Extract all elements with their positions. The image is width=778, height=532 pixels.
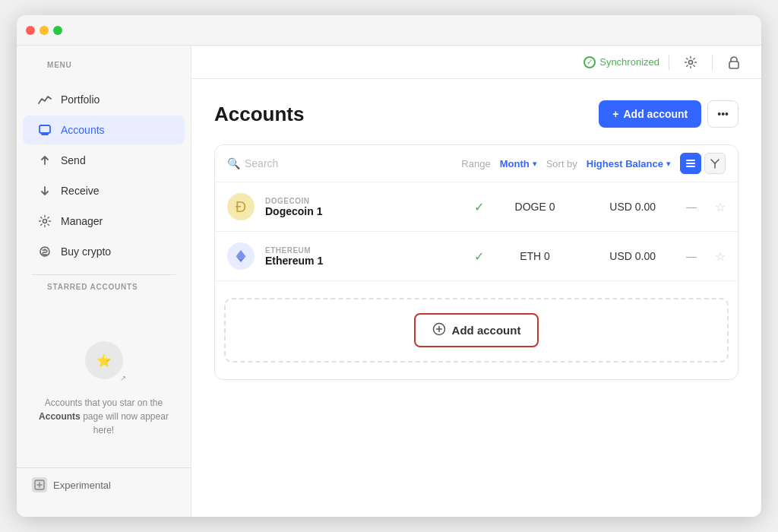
starred-section-label: STARRED ACCOUNTS	[32, 283, 182, 297]
accounts-list: 🔍 Range Month ▾ Sort by Highest	[214, 144, 738, 380]
svg-rect-4	[729, 62, 738, 68]
sync-label: Synchronized	[599, 56, 659, 68]
list-controls: 🔍 Range Month ▾ Sort by Highest	[215, 145, 738, 182]
sidebar: MENU Portfolio Accoun	[17, 46, 191, 517]
dogecoin-name: Dogecoin 1	[265, 205, 457, 217]
add-account-inline-row[interactable]: Add account	[224, 298, 729, 363]
dogecoin-change: —	[666, 201, 697, 213]
dogecoin-check-icon: ✓	[467, 200, 490, 214]
maximize-button[interactable]	[53, 26, 62, 35]
list-view-button[interactable]	[680, 153, 701, 174]
ethereum-name: Ethereum 1	[265, 255, 457, 267]
sidebar-item-send[interactable]: Send	[23, 146, 185, 175]
receive-icon	[38, 184, 52, 198]
account-row[interactable]: ETHEREUM Ethereum 1 ✓ ETH 0 USD 0.00 — ☆	[215, 232, 738, 281]
add-account-inline-label: Add account	[452, 324, 521, 337]
sidebar-item-manager[interactable]: Manager	[23, 207, 185, 236]
range-value: Month	[500, 158, 530, 169]
portfolio-icon	[38, 93, 52, 106]
sidebar-divider	[32, 274, 176, 275]
titlebar	[17, 15, 761, 46]
star-circle: ⭐	[85, 341, 123, 379]
dogecoin-star-button[interactable]: ☆	[707, 200, 726, 214]
star-illustration: ⭐ ↗	[77, 334, 131, 387]
add-account-label: Add account	[624, 108, 688, 120]
ethereum-star-button[interactable]: ☆	[707, 249, 726, 264]
app-window: MENU Portfolio Accoun	[17, 15, 761, 517]
svg-rect-6	[686, 163, 695, 164]
search-icon: 🔍	[227, 157, 240, 169]
experimental-item[interactable]: Experimental	[17, 467, 191, 502]
sidebar-item-accounts[interactable]: Accounts	[23, 116, 185, 144]
add-account-button[interactable]: + Add account	[599, 100, 701, 128]
content-area: ✓ Synchronized	[191, 46, 761, 517]
svg-rect-0	[40, 125, 50, 133]
add-account-inline-icon	[432, 322, 446, 338]
sidebar-item-portfolio[interactable]: Portfolio	[23, 85, 185, 114]
sidebar-item-buy-crypto[interactable]: Buy crypto	[23, 237, 185, 266]
dogecoin-balance: DOGE 0	[501, 201, 569, 213]
close-button[interactable]	[26, 26, 35, 35]
main-layout: MENU Portfolio Accoun	[17, 46, 761, 517]
svg-point-3	[689, 60, 693, 64]
experimental-label: Experimental	[53, 480, 111, 491]
page-title: Accounts	[214, 103, 304, 126]
buy-crypto-label: Buy crypto	[61, 245, 111, 258]
account-row[interactable]: Ð DOGECOIN Dogecoin 1 ✓ DOGE 0 USD 0.00 …	[215, 182, 738, 232]
ethereum-usd: USD 0.00	[580, 250, 656, 262]
sort-filter[interactable]: Sort by Highest Balance ▾	[546, 158, 671, 169]
search-wrapper: 🔍	[227, 157, 452, 169]
sync-indicator: ✓ Synchronized	[584, 56, 659, 68]
ethereum-change: —	[666, 250, 697, 262]
add-account-inline-button[interactable]: Add account	[414, 313, 539, 347]
menu-section-label: MENU	[32, 61, 182, 75]
buy-crypto-icon	[38, 245, 52, 258]
range-filter[interactable]: Range Month ▾	[461, 158, 536, 169]
accounts-icon	[38, 123, 52, 137]
ethereum-check-icon: ✓	[467, 249, 490, 264]
ethereum-logo	[227, 242, 255, 270]
ethereum-coin-label: ETHEREUM	[265, 246, 457, 255]
svg-point-1	[43, 220, 47, 223]
content-header-bar: ✓ Synchronized	[191, 46, 761, 79]
experimental-icon	[32, 477, 47, 492]
send-label: Send	[61, 154, 86, 166]
sync-check-icon: ✓	[584, 56, 596, 68]
main-content: Accounts + Add account •••	[191, 79, 761, 517]
send-icon	[38, 154, 52, 167]
settings-button[interactable]	[678, 50, 703, 74]
header-separator	[669, 55, 669, 70]
dogecoin-logo: Ð	[227, 193, 255, 220]
star-emoji: ⭐	[96, 353, 112, 368]
search-input[interactable]	[245, 157, 452, 169]
sort-label: Sort by	[546, 158, 577, 169]
range-chevron-icon: ▾	[533, 159, 537, 169]
minimize-button[interactable]	[40, 26, 49, 35]
lock-button[interactable]	[722, 50, 746, 74]
starred-empty-state: ⭐ ↗ Accounts that you star on the Accoun…	[17, 303, 191, 467]
manager-label: Manager	[61, 215, 103, 227]
dogecoin-info: DOGECOIN Dogecoin 1	[265, 197, 457, 217]
sidebar-item-receive[interactable]: Receive	[23, 176, 185, 205]
more-icon: •••	[717, 108, 729, 120]
header-separator-2	[712, 55, 713, 70]
svg-rect-7	[686, 166, 695, 167]
more-options-button[interactable]: •••	[707, 100, 738, 128]
page-header: Accounts + Add account •••	[214, 100, 738, 128]
cursor-hint: ↗	[120, 374, 126, 382]
view-controls	[680, 153, 726, 174]
manager-icon	[38, 214, 52, 228]
ethereum-info: ETHEREUM Ethereum 1	[265, 246, 457, 267]
sort-value: Highest Balance	[587, 158, 663, 169]
plus-icon: +	[612, 108, 618, 120]
traffic-lights	[26, 26, 62, 35]
grid-view-button[interactable]	[704, 153, 726, 174]
sort-chevron-icon: ▾	[666, 159, 671, 169]
dogecoin-usd: USD 0.00	[580, 201, 656, 213]
range-label: Range	[461, 158, 490, 169]
dogecoin-coin-label: DOGECOIN	[265, 197, 457, 205]
starred-empty-text: Accounts that you star on the Accounts p…	[32, 396, 176, 437]
ethereum-balance: ETH 0	[501, 250, 569, 262]
accounts-label: Accounts	[61, 124, 105, 136]
receive-label: Receive	[61, 185, 100, 197]
